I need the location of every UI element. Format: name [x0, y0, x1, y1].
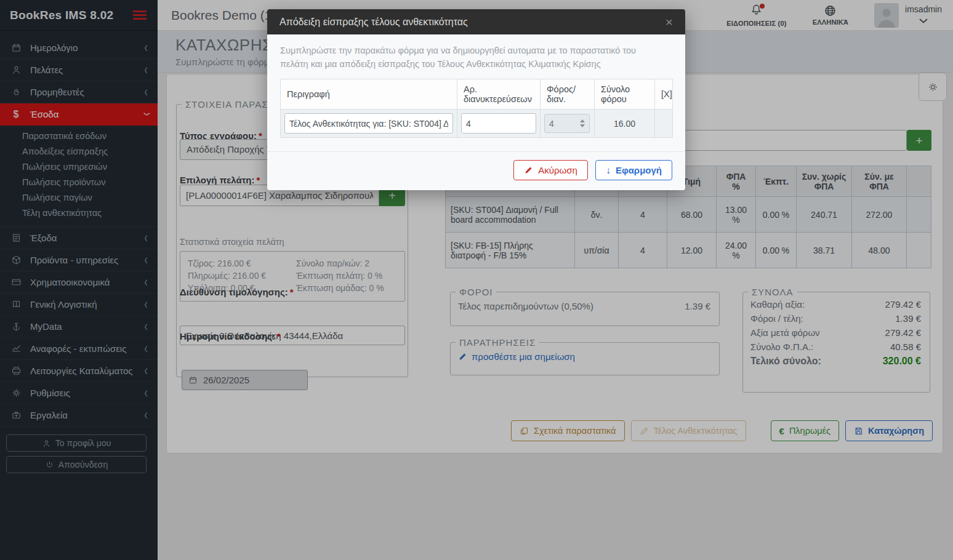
fee-total-value: 16.00	[595, 110, 655, 138]
cancel-button[interactable]: Ακύρωση	[513, 160, 588, 180]
modal-body: Συμπληρώστε την παρακάτω φόρμα για να δη…	[267, 34, 685, 190]
modal-footer: Ακύρωση ↓ Εφαρμογή	[280, 152, 672, 180]
nights-input[interactable]	[461, 113, 536, 134]
pencil-icon	[524, 166, 533, 175]
fee-row: 4 16.00	[281, 110, 673, 138]
apply-button[interactable]: ↓ Εφαρμογή	[595, 160, 672, 180]
fee-per-night-stepper: 4	[544, 114, 590, 133]
close-icon[interactable]: ×	[665, 15, 673, 28]
fee-header-row: Περιγραφή Αρ. διανυκτερεύσεων Φόρος/διαν…	[281, 79, 673, 110]
modal-header: Απόδειξη είσπραξης τέλους ανθεκτικότητας…	[267, 9, 685, 34]
fee-table: Περιγραφή Αρ. διανυκτερεύσεων Φόρος/διαν…	[280, 79, 673, 138]
fee-description-input[interactable]	[284, 113, 453, 134]
modal-description: Συμπληρώστε την παρακάτω φόρμα για να δη…	[280, 44, 657, 71]
modal-title: Απόδειξη είσπραξης τέλους ανθεκτικότητας	[279, 17, 468, 28]
resilience-fee-modal: Απόδειξη είσπραξης τέλους ανθεκτικότητας…	[267, 9, 685, 190]
stepper-arrows-icon	[580, 119, 585, 127]
app-root: BookRes IMS 8.02 Ημερολόγιο ‹ Πελάτες ‹ …	[0, 0, 953, 560]
down-arrow-icon: ↓	[606, 165, 611, 176]
